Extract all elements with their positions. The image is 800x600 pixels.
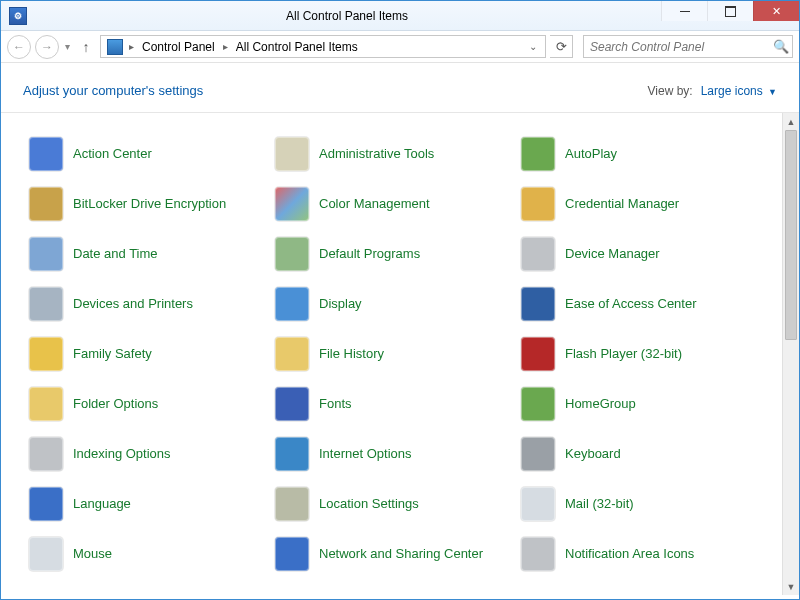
address-bar[interactable]: ▸ Control Panel ▸ All Control Panel Item…	[100, 35, 546, 58]
control-panel-item[interactable]: Mail (32-bit)	[515, 479, 761, 529]
location-icon	[275, 487, 309, 521]
control-panel-item[interactable]: Family Safety	[23, 329, 269, 379]
item-label: File History	[319, 346, 384, 362]
breadcrumb-current[interactable]: All Control Panel Items	[230, 38, 364, 56]
control-panel-item[interactable]: Indexing Options	[23, 429, 269, 479]
maximize-button[interactable]	[707, 1, 753, 21]
ease-icon	[521, 287, 555, 321]
item-label: Folder Options	[73, 396, 158, 412]
homegroup-icon	[521, 387, 555, 421]
window-title: All Control Panel Items	[33, 9, 661, 23]
view-by-value: Large icons	[701, 84, 763, 98]
control-panel-item[interactable]: Keyboard	[515, 429, 761, 479]
family-icon	[29, 337, 63, 371]
mail-icon	[521, 487, 555, 521]
content-area: Action CenterAdministrative ToolsAutoPla…	[1, 113, 799, 595]
tray-icon	[521, 537, 555, 571]
control-panel-item[interactable]: Action Center	[23, 129, 269, 179]
item-label: HomeGroup	[565, 396, 636, 412]
item-label: Devices and Printers	[73, 296, 193, 312]
search-input[interactable]	[584, 40, 770, 54]
control-panel-item[interactable]: Administrative Tools	[269, 129, 515, 179]
indexing-icon	[29, 437, 63, 471]
control-panel-item[interactable]: AutoPlay	[515, 129, 761, 179]
back-button[interactable]: ←	[7, 35, 31, 59]
lock-icon	[29, 187, 63, 221]
control-panel-item[interactable]: Location Settings	[269, 479, 515, 529]
forward-button[interactable]: →	[35, 35, 59, 59]
control-panel-icon	[107, 39, 123, 55]
view-by-dropdown[interactable]: Large icons ▼	[701, 84, 777, 98]
mouse-icon	[29, 537, 63, 571]
defaults-icon	[275, 237, 309, 271]
refresh-button[interactable]: ⟳	[550, 35, 573, 58]
folder-icon	[29, 387, 63, 421]
window-controls	[661, 1, 799, 21]
control-panel-item[interactable]: Devices and Printers	[23, 279, 269, 329]
scroll-down-arrow[interactable]: ▼	[783, 578, 799, 595]
control-panel-item[interactable]: Notification Area Icons	[515, 529, 761, 579]
control-panel-item[interactable]: Date and Time	[23, 229, 269, 279]
scroll-up-arrow[interactable]: ▲	[783, 113, 799, 130]
chevron-down-icon: ▼	[768, 87, 777, 97]
control-panel-item[interactable]: Ease of Access Center	[515, 279, 761, 329]
device-icon	[521, 237, 555, 271]
control-panel-item[interactable]: Device Manager	[515, 229, 761, 279]
item-label: Credential Manager	[565, 196, 679, 212]
search-icon[interactable]: 🔍	[770, 39, 792, 54]
item-label: Network and Sharing Center	[319, 546, 483, 562]
item-label: Default Programs	[319, 246, 420, 262]
control-panel-item[interactable]: Internet Options	[269, 429, 515, 479]
clock-icon	[29, 237, 63, 271]
up-button[interactable]: ↑	[76, 37, 96, 57]
printer-icon	[29, 287, 63, 321]
control-panel-item[interactable]: Network and Sharing Center	[269, 529, 515, 579]
control-panel-item[interactable]: HomeGroup	[515, 379, 761, 429]
item-label: Family Safety	[73, 346, 152, 362]
control-panel-item[interactable]: Display	[269, 279, 515, 329]
item-label: Device Manager	[565, 246, 660, 262]
page-title: Adjust your computer's settings	[23, 83, 203, 98]
item-label: Flash Player (32-bit)	[565, 346, 682, 362]
flag-icon	[29, 137, 63, 171]
control-panel-item[interactable]: Default Programs	[269, 229, 515, 279]
item-label: Language	[73, 496, 131, 512]
search-box[interactable]: 🔍	[583, 35, 793, 58]
breadcrumb-separator: ▸	[221, 41, 230, 52]
control-panel-item[interactable]: Color Management	[269, 179, 515, 229]
item-label: Mouse	[73, 546, 112, 562]
item-label: Administrative Tools	[319, 146, 434, 162]
minimize-button[interactable]	[661, 1, 707, 21]
vertical-scrollbar[interactable]: ▲ ▼	[782, 113, 799, 595]
history-dropdown[interactable]: ▾	[63, 41, 72, 52]
network-icon	[275, 537, 309, 571]
vault-icon	[521, 187, 555, 221]
control-panel-item[interactable]: Language	[23, 479, 269, 529]
control-panel-item[interactable]: Folder Options	[23, 379, 269, 429]
control-panel-window-icon: ⚙	[9, 7, 27, 25]
history-icon	[275, 337, 309, 371]
control-panel-item[interactable]: Mouse	[23, 529, 269, 579]
keyboard-icon	[521, 437, 555, 471]
close-button[interactable]	[753, 1, 799, 21]
item-label: BitLocker Drive Encryption	[73, 196, 226, 212]
scroll-thumb[interactable]	[785, 130, 797, 340]
item-label: Mail (32-bit)	[565, 496, 634, 512]
breadcrumb-root[interactable]: Control Panel	[136, 38, 221, 56]
control-panel-item[interactable]: Fonts	[269, 379, 515, 429]
control-panel-item[interactable]: BitLocker Drive Encryption	[23, 179, 269, 229]
item-label: AutoPlay	[565, 146, 617, 162]
control-panel-item[interactable]: File History	[269, 329, 515, 379]
control-panel-item[interactable]: Flash Player (32-bit)	[515, 329, 761, 379]
breadcrumb-separator: ▸	[127, 41, 136, 52]
tools-icon	[275, 137, 309, 171]
autoplay-icon	[521, 137, 555, 171]
internet-icon	[275, 437, 309, 471]
address-dropdown[interactable]: ⌄	[523, 41, 543, 52]
scroll-track[interactable]	[783, 130, 799, 578]
item-label: Fonts	[319, 396, 352, 412]
content-header: Adjust your computer's settings View by:…	[1, 63, 799, 113]
control-panel-item[interactable]: Credential Manager	[515, 179, 761, 229]
item-label: Internet Options	[319, 446, 412, 462]
item-label: Display	[319, 296, 362, 312]
